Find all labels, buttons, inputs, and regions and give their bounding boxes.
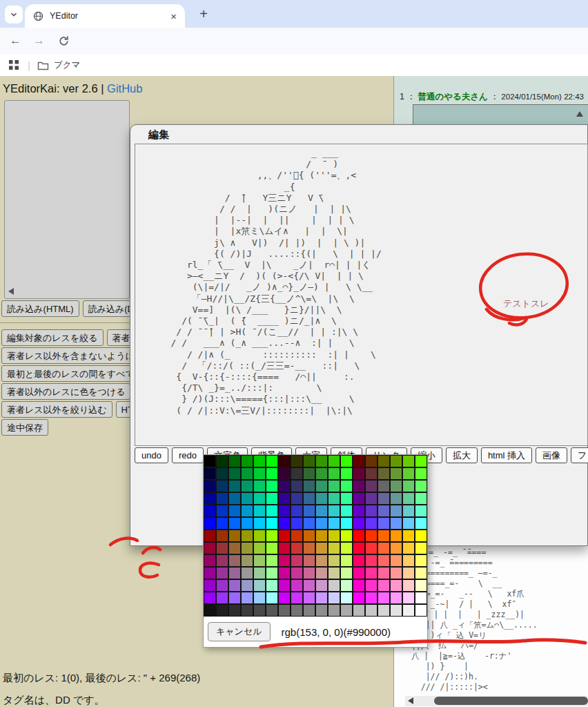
palette-color-swatch[interactable] [378, 604, 390, 617]
palette-color-swatch[interactable] [378, 505, 390, 517]
palette-color-swatch[interactable] [353, 467, 365, 480]
palette-color-swatch[interactable] [340, 554, 353, 567]
palette-color-swatch[interactable] [328, 517, 340, 530]
palette-color-swatch[interactable] [204, 579, 216, 592]
palette-color-swatch[interactable] [241, 554, 253, 567]
palette-color-swatch[interactable] [291, 604, 303, 617]
palette-color-swatch[interactable] [278, 542, 291, 554]
palette-color-swatch[interactable] [415, 517, 427, 530]
palette-color-swatch[interactable] [303, 567, 315, 579]
palette-color-swatch[interactable] [378, 517, 390, 530]
palette-color-swatch[interactable] [378, 455, 390, 467]
palette-color-swatch[interactable] [315, 592, 328, 604]
palette-color-swatch[interactable] [315, 480, 328, 492]
palette-color-swatch[interactable] [241, 579, 253, 592]
palette-color-swatch[interactable] [303, 542, 315, 554]
palette-color-swatch[interactable] [328, 530, 340, 542]
palette-color-swatch[interactable] [378, 530, 390, 542]
palette-color-swatch[interactable] [340, 492, 353, 505]
palette-color-swatch[interactable] [291, 542, 303, 554]
palette-color-swatch[interactable] [328, 592, 340, 604]
palette-color-swatch[interactable] [328, 567, 340, 579]
palette-color-swatch[interactable] [253, 467, 266, 480]
palette-color-swatch[interactable] [241, 530, 253, 542]
palette-color-swatch[interactable] [216, 455, 228, 467]
bookmark-folder-label[interactable]: ブクマ [54, 59, 80, 71]
toolbar-button[interactable]: undo [135, 447, 168, 463]
palette-color-swatch[interactable] [278, 505, 291, 517]
toolbar-button[interactable]: フォーマット解除 [571, 447, 588, 463]
palette-color-swatch[interactable] [365, 455, 378, 467]
palette-color-swatch[interactable] [415, 455, 427, 467]
scrollbar-left-arrow-icon[interactable] [408, 697, 413, 704]
palette-color-swatch[interactable] [365, 579, 378, 592]
palette-color-swatch[interactable] [328, 542, 340, 554]
source-textarea[interactable] [4, 100, 130, 299]
palette-color-swatch[interactable] [278, 567, 291, 579]
palette-color-swatch[interactable] [402, 455, 415, 467]
palette-color-swatch[interactable] [216, 579, 228, 592]
palette-color-swatch[interactable] [241, 455, 253, 467]
palette-color-swatch[interactable] [204, 480, 216, 492]
palette-color-swatch[interactable] [303, 467, 315, 480]
palette-color-swatch[interactable] [402, 517, 415, 530]
palette-color-swatch[interactable] [415, 467, 427, 480]
palette-color-swatch[interactable] [278, 492, 291, 505]
palette-color-swatch[interactable] [216, 542, 228, 554]
palette-color-swatch[interactable] [353, 542, 365, 554]
palette-color-swatch[interactable] [365, 517, 378, 530]
palette-color-swatch[interactable] [228, 579, 241, 592]
palette-color-swatch[interactable] [415, 505, 427, 517]
palette-color-swatch[interactable] [216, 480, 228, 492]
palette-color-swatch[interactable] [241, 592, 253, 604]
palette-color-swatch[interactable] [266, 530, 278, 542]
palette-color-swatch[interactable] [340, 592, 353, 604]
palette-color-swatch[interactable] [253, 517, 266, 530]
palette-color-swatch[interactable] [241, 517, 253, 530]
palette-color-swatch[interactable] [204, 554, 216, 567]
palette-color-swatch[interactable] [266, 480, 278, 492]
palette-color-swatch[interactable] [365, 542, 378, 554]
palette-color-swatch[interactable] [340, 567, 353, 579]
palette-color-swatch[interactable] [340, 517, 353, 530]
palette-color-swatch[interactable] [315, 542, 328, 554]
palette-color-swatch[interactable] [315, 554, 328, 567]
action-button[interactable]: 著者レス以外を絞り込む [1, 401, 112, 418]
palette-color-swatch[interactable] [378, 467, 390, 480]
palette-color-swatch[interactable] [216, 567, 228, 579]
apps-grid-icon[interactable] [8, 59, 19, 70]
palette-color-swatch[interactable] [303, 554, 315, 567]
palette-color-swatch[interactable] [340, 467, 353, 480]
palette-color-swatch[interactable] [340, 604, 353, 617]
palette-color-swatch[interactable] [378, 492, 390, 505]
palette-color-swatch[interactable] [402, 554, 415, 567]
palette-color-swatch[interactable] [378, 592, 390, 604]
palette-color-swatch[interactable] [390, 467, 402, 480]
palette-color-swatch[interactable] [253, 455, 266, 467]
palette-color-swatch[interactable] [390, 505, 402, 517]
tab-close-icon[interactable]: × [170, 10, 177, 22]
palette-color-swatch[interactable] [278, 480, 291, 492]
palette-color-swatch[interactable] [328, 480, 340, 492]
palette-color-swatch[interactable] [253, 492, 266, 505]
palette-color-swatch[interactable] [266, 492, 278, 505]
back-button[interactable]: ← [10, 34, 21, 48]
palette-color-swatch[interactable] [365, 505, 378, 517]
action-button[interactable]: 著者以外のレスに色をつける [1, 383, 130, 400]
palette-color-swatch[interactable] [303, 505, 315, 517]
palette-color-swatch[interactable] [228, 604, 241, 617]
palette-color-swatch[interactable] [253, 480, 266, 492]
palette-color-swatch[interactable] [402, 467, 415, 480]
palette-color-swatch[interactable] [303, 455, 315, 467]
palette-color-swatch[interactable] [266, 592, 278, 604]
palette-color-swatch[interactable] [378, 542, 390, 554]
palette-color-swatch[interactable] [328, 579, 340, 592]
palette-color-swatch[interactable] [353, 579, 365, 592]
palette-color-swatch[interactable] [303, 480, 315, 492]
palette-color-swatch[interactable] [228, 567, 241, 579]
browser-tab[interactable]: YEditor × [25, 4, 185, 28]
palette-color-swatch[interactable] [353, 592, 365, 604]
palette-color-swatch[interactable] [278, 604, 291, 617]
palette-color-swatch[interactable] [303, 492, 315, 505]
toolbar-button[interactable]: 画像 [536, 447, 567, 463]
